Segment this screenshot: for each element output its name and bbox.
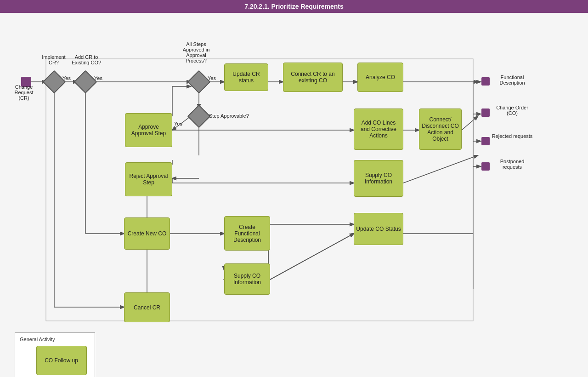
functional-desc-label: Functional Description bbox=[492, 74, 533, 86]
approve-step-box[interactable]: Approve Approval Step bbox=[125, 113, 172, 147]
postponed-requests-node bbox=[481, 162, 490, 171]
svg-line-19 bbox=[403, 155, 478, 183]
update-co-status-box[interactable]: Update CO Status bbox=[354, 213, 403, 245]
svg-line-18 bbox=[462, 116, 478, 130]
cancel-cr-box[interactable]: Cancel CR bbox=[124, 292, 170, 322]
all-steps-question: All Steps Approved in Approval Process? bbox=[175, 41, 217, 63]
diamond-add-cr bbox=[74, 70, 97, 94]
functional-desc-node bbox=[481, 77, 490, 86]
yes-label-2: Yes bbox=[94, 75, 102, 81]
create-new-co-box[interactable]: Create New CO bbox=[124, 217, 170, 250]
yes-label-3: Yes bbox=[208, 75, 216, 81]
reject-step-box[interactable]: Reject Approval Step bbox=[125, 162, 172, 196]
add-cr-question: Add CR to Existing CO? bbox=[68, 54, 105, 65]
header-title: 7.20.2.1. Prioritize Requirements bbox=[244, 3, 344, 10]
implement-cr-question: Implement CR? bbox=[38, 54, 70, 65]
connect-disconnect-box[interactable]: Connect/ Disconnect CO Action and Object bbox=[419, 109, 462, 150]
legend-title: General Activity bbox=[20, 337, 90, 342]
analyze-co-box[interactable]: Analyze CO bbox=[357, 63, 403, 92]
update-cr-status-box[interactable]: Update CR status bbox=[224, 63, 268, 91]
legend-box: General Activity CO Follow up bbox=[15, 332, 95, 377]
change-order-label: Change Order (CO) bbox=[492, 105, 533, 116]
rejected-requests-label: Rejected requests bbox=[492, 133, 533, 139]
diagram-area: Change Request (CR) Implement CR? Yes Ad… bbox=[0, 13, 588, 377]
connect-cr-existing-box[interactable]: Connect CR to an existing CO bbox=[283, 63, 343, 92]
change-order-node bbox=[481, 109, 490, 117]
supply-co-info-top-box[interactable]: Supply CO Information bbox=[354, 160, 403, 197]
svg-line-29 bbox=[270, 234, 354, 280]
supply-co-info-bottom-box[interactable]: Supply CO Information bbox=[224, 263, 270, 295]
svg-line-31 bbox=[270, 234, 354, 280]
yes-label-4: Yes bbox=[174, 121, 182, 126]
diamond-implement-cr bbox=[43, 70, 66, 94]
postponed-requests-label: Postponed requests bbox=[492, 159, 533, 170]
yes-label-1: Yes bbox=[62, 75, 71, 81]
rejected-requests-node bbox=[481, 137, 490, 145]
diamond-step-approvable bbox=[187, 105, 211, 128]
add-co-lines-box[interactable]: Add CO Lines and Corrective Actions bbox=[354, 109, 403, 150]
change-request-label: Change Request (CR) bbox=[10, 84, 38, 101]
create-functional-box[interactable]: Create Functional Description bbox=[224, 216, 270, 251]
diamond-all-steps bbox=[187, 70, 211, 94]
step-approvable-question: Step Approvable? bbox=[209, 113, 249, 119]
page-header: 7.20.2.1. Prioritize Requirements bbox=[0, 0, 588, 13]
legend-co-followup-box: CO Follow up bbox=[36, 346, 87, 375]
